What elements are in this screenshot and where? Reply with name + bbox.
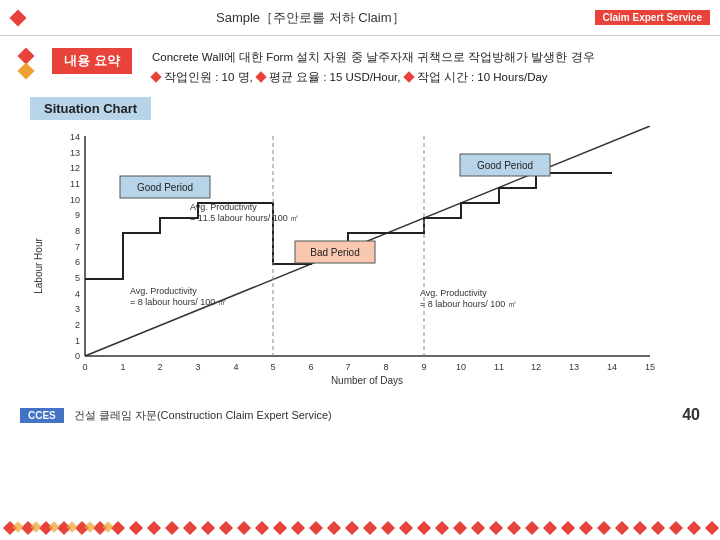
bullet-2: 평균 요율 : 15 USD/Hour, xyxy=(269,68,401,88)
svg-rect-64 xyxy=(255,521,269,535)
svg-rect-59 xyxy=(165,521,179,535)
svg-text:= 8 labour hours/ 100 ㎡: = 8 labour hours/ 100 ㎡ xyxy=(130,297,227,307)
diamond-2 xyxy=(18,63,35,80)
summary-content: Concrete Wall에 대한 Form 설치 자원 중 날주자재 귀책으로… xyxy=(152,48,595,87)
svg-text:Labour Hour: Labour Hour xyxy=(33,238,44,294)
svg-text:Avg. Productivity: Avg. Productivity xyxy=(190,202,257,212)
svg-text:15: 15 xyxy=(645,362,655,372)
svg-rect-65 xyxy=(273,521,287,535)
bullet-line: 작업인원 : 10 명, 평균 요율 : 15 USD/Hour, 작업 시간 … xyxy=(152,68,595,88)
svg-text:Avg. Productivity: Avg. Productivity xyxy=(420,288,487,298)
svg-rect-63 xyxy=(237,521,251,535)
svg-rect-85 xyxy=(633,521,647,535)
svg-text:Good Period: Good Period xyxy=(137,182,193,193)
svg-rect-80 xyxy=(543,521,557,535)
svg-text:13: 13 xyxy=(70,148,80,158)
svg-text:8: 8 xyxy=(383,362,388,372)
svg-rect-78 xyxy=(507,521,521,535)
svg-rect-76 xyxy=(471,521,485,535)
svg-rect-68 xyxy=(327,521,341,535)
svg-text:0: 0 xyxy=(82,362,87,372)
bullet-3: 작업 시간 : 10 Hours/Day xyxy=(417,68,548,88)
chart-wrapper: 0 1 2 3 4 5 6 7 8 9 10 11 12 13 14 Labou… xyxy=(30,126,670,396)
svg-text:2: 2 xyxy=(157,362,162,372)
svg-rect-75 xyxy=(453,521,467,535)
svg-text:9: 9 xyxy=(75,210,80,220)
footer-badge: CCES xyxy=(20,408,64,423)
svg-rect-79 xyxy=(525,521,539,535)
svg-text:11: 11 xyxy=(494,362,504,372)
svg-text:Bad Period: Bad Period xyxy=(310,247,359,258)
chart-title: Situation Chart xyxy=(30,97,151,120)
svg-text:8: 8 xyxy=(75,226,80,236)
footer: CCES 건설 클레임 자문(Construction Claim Expert… xyxy=(0,400,720,430)
svg-text:14: 14 xyxy=(70,132,80,142)
svg-text:1: 1 xyxy=(120,362,125,372)
summary-label: 내용 요약 xyxy=(52,48,132,74)
svg-text:2: 2 xyxy=(75,320,80,330)
top-header: Sample［주안로를 저하 Claim］ Claim Expert Servi… xyxy=(0,0,720,36)
svg-rect-86 xyxy=(651,521,665,535)
svg-rect-61 xyxy=(201,521,215,535)
svg-rect-67 xyxy=(309,521,323,535)
svg-text:4: 4 xyxy=(75,289,80,299)
svg-text:9: 9 xyxy=(421,362,426,372)
svg-text:3: 3 xyxy=(75,304,80,314)
svg-rect-82 xyxy=(579,521,593,535)
svg-rect-81 xyxy=(561,521,575,535)
svg-text:12: 12 xyxy=(531,362,541,372)
svg-text:= 11.5 labour hours/ 100 ㎡: = 11.5 labour hours/ 100 ㎡ xyxy=(190,213,299,223)
svg-text:5: 5 xyxy=(270,362,275,372)
bullet-1: 작업인원 : 10 명, xyxy=(164,68,253,88)
header-title: Sample［주안로를 저하 Claim］ xyxy=(26,9,595,27)
svg-rect-87 xyxy=(669,521,683,535)
svg-text:Number of Days: Number of Days xyxy=(331,375,403,386)
svg-text:3: 3 xyxy=(195,362,200,372)
svg-rect-69 xyxy=(345,521,359,535)
svg-text:4: 4 xyxy=(233,362,238,372)
svg-text:= 8 labour hours/ 100 ㎡: = 8 labour hours/ 100 ㎡ xyxy=(420,299,517,309)
svg-text:10: 10 xyxy=(456,362,466,372)
footer-text: 건설 클레임 자문(Construction Claim Expert Serv… xyxy=(74,408,332,423)
svg-rect-70 xyxy=(363,521,377,535)
svg-text:6: 6 xyxy=(75,257,80,267)
svg-rect-57 xyxy=(129,521,143,535)
bullet-diamond-2 xyxy=(255,72,266,83)
svg-text:1: 1 xyxy=(75,336,80,346)
svg-text:6: 6 xyxy=(308,362,313,372)
svg-rect-72 xyxy=(399,521,413,535)
svg-text:7: 7 xyxy=(75,242,80,252)
summary-main-text: Concrete Wall에 대한 Form 설치 자원 중 날주자재 귀책으로… xyxy=(152,48,595,68)
svg-rect-56 xyxy=(111,521,125,535)
header-badge: Claim Expert Service xyxy=(595,10,711,25)
svg-rect-77 xyxy=(489,521,503,535)
left-diamonds xyxy=(20,50,32,77)
svg-rect-62 xyxy=(219,521,233,535)
svg-rect-88 xyxy=(687,521,701,535)
svg-rect-74 xyxy=(435,521,449,535)
svg-text:14: 14 xyxy=(607,362,617,372)
svg-rect-58 xyxy=(147,521,161,535)
svg-rect-83 xyxy=(597,521,611,535)
svg-rect-66 xyxy=(291,521,305,535)
svg-rect-73 xyxy=(417,521,431,535)
bottom-diamond-row xyxy=(0,516,720,540)
svg-text:0: 0 xyxy=(75,351,80,361)
svg-rect-84 xyxy=(615,521,629,535)
chart-section: Situation Chart 0 1 2 3 4 5 6 7 8 9 10 1… xyxy=(0,93,720,400)
summary-section: 내용 요약 Concrete Wall에 대한 Form 설치 자원 중 날주자… xyxy=(0,42,720,93)
svg-text:Avg. Productivity: Avg. Productivity xyxy=(130,286,197,296)
svg-text:13: 13 xyxy=(569,362,579,372)
svg-text:12: 12 xyxy=(70,163,80,173)
svg-text:Good Period: Good Period xyxy=(477,160,533,171)
chart-svg: 0 1 2 3 4 5 6 7 8 9 10 11 12 13 14 Labou… xyxy=(30,126,670,396)
svg-rect-89 xyxy=(705,521,719,535)
bottom-diamonds-svg xyxy=(0,518,720,538)
svg-text:7: 7 xyxy=(345,362,350,372)
svg-rect-71 xyxy=(381,521,395,535)
svg-text:10: 10 xyxy=(70,195,80,205)
svg-text:5: 5 xyxy=(75,273,80,283)
svg-rect-60 xyxy=(183,521,197,535)
bullet-diamond-1 xyxy=(150,72,161,83)
svg-text:11: 11 xyxy=(70,179,80,189)
